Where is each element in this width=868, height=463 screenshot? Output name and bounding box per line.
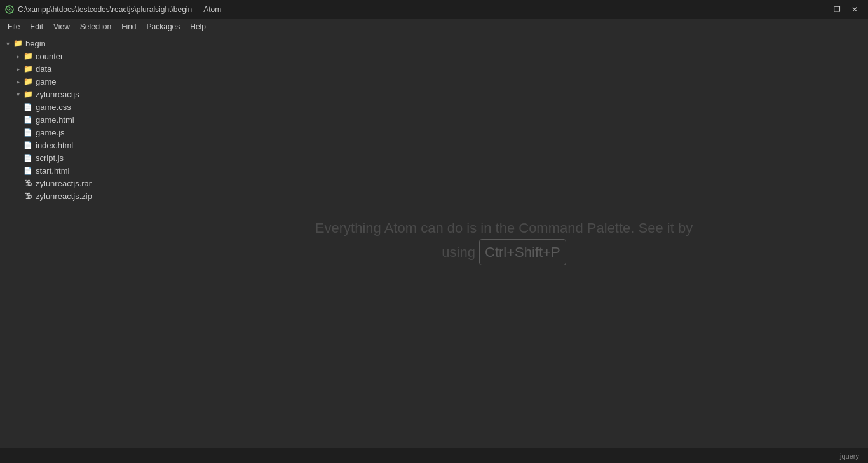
menu-item-file[interactable]: File [3,21,25,32]
file-script-js-icon [23,153,33,163]
main-layout: begin counter data game zylunreactjs [0,34,868,448]
tree-label-game: game [36,77,57,86]
minimize-button[interactable]: — [811,3,827,16]
menu-bar: FileEditViewSelectionFindPackagesHelp [0,19,868,34]
tree-item-game-js[interactable]: game.js [0,126,140,139]
chevron-game-icon [13,76,23,86]
tree-label-game-html: game.html [36,115,74,125]
chevron-counter-icon [13,51,23,61]
folder-begin-icon [13,38,23,48]
chevron-data-icon [13,64,23,74]
menu-item-find[interactable]: Find [116,21,141,32]
tree-item-counter[interactable]: counter [0,50,140,62]
close-button[interactable]: ✕ [846,3,863,16]
menu-item-packages[interactable]: Packages [142,21,186,32]
folder-counter-icon [23,51,33,61]
file-tree-sidebar: begin counter data game zylunreactjs [0,34,140,448]
tree-label-zylunreactjs: zylunreactjs [36,90,79,99]
welcome-line2: using Ctrl+Shift+P [315,239,693,265]
folder-zylunreactjs-icon [23,89,33,99]
status-bar: jquery [0,448,868,463]
shortcut-key-display: Ctrl+Shift+P [479,239,566,265]
tree-item-game-html[interactable]: game.html [0,113,140,126]
tree-label-script-js: script.js [36,153,64,163]
window-title: C:\xampp\htdocs\testcodes\reactjs\plural… [18,5,221,14]
jquery-status[interactable]: jquery [836,452,863,460]
welcome-line1: Everything Atom can do is in the Command… [315,217,693,239]
tree-root-label: begin [25,39,46,48]
tree-item-zylunreactjs-rar[interactable]: zylunreactjs.rar [0,177,140,190]
folder-game-icon [23,76,33,86]
tree-root-begin[interactable]: begin [0,37,140,50]
tree-label-counter: counter [36,52,63,61]
file-game-html-icon [23,114,33,125]
file-game-css-icon [23,102,33,112]
tree-label-game-css: game.css [36,102,71,112]
menu-item-selection[interactable]: Selection [75,21,116,32]
tree-item-script-js[interactable]: script.js [0,151,140,164]
tree-item-start-html[interactable]: start.html [0,164,140,177]
title-bar: C:\xampp\htdocs\testcodes\reactjs\plural… [0,0,868,19]
file-zylunreactjs-rar-icon [23,178,33,188]
welcome-using-text: using [442,244,475,260]
welcome-message: Everything Atom can do is in the Command… [315,217,693,265]
tree-label-start-html: start.html [36,166,69,176]
tree-item-zylunreactjs-zip[interactable]: zylunreactjs.zip [0,190,140,202]
tree-item-game-css[interactable]: game.css [0,100,140,113]
folder-data-icon [23,64,33,74]
tree-item-data[interactable]: data [0,62,140,75]
tree-label-data: data [36,64,51,74]
title-bar-left: C:\xampp\htdocs\testcodes\reactjs\plural… [5,5,221,14]
tree-label-zylunreactjs-zip: zylunreactjs.zip [36,191,92,201]
tree-label-index-html: index.html [36,141,73,150]
maximize-button[interactable]: ❐ [829,3,845,16]
chevron-begin-icon [3,38,13,48]
tree-item-zylunreactjs[interactable]: zylunreactjs [0,88,140,100]
file-game-js-icon [23,127,33,137]
svg-point-2 [9,9,11,11]
chevron-zylunreactjs-icon [13,89,23,99]
title-bar-controls: — ❐ ✕ [811,3,863,16]
atom-logo-icon [5,5,14,14]
file-start-html-icon [23,165,33,176]
tree-label-zylunreactjs-rar: zylunreactjs.rar [36,179,92,188]
file-index-html-icon [23,140,33,150]
menu-item-help[interactable]: Help [185,21,211,32]
editor-area: Everything Atom can do is in the Command… [140,34,868,448]
tree-label-game-js: game.js [36,128,65,137]
tree-item-game[interactable]: game [0,75,140,88]
tree-item-index-html[interactable]: index.html [0,139,140,151]
file-zylunreactjs-zip-icon [23,191,33,201]
menu-item-view[interactable]: View [48,21,75,32]
menu-item-edit[interactable]: Edit [25,21,48,32]
